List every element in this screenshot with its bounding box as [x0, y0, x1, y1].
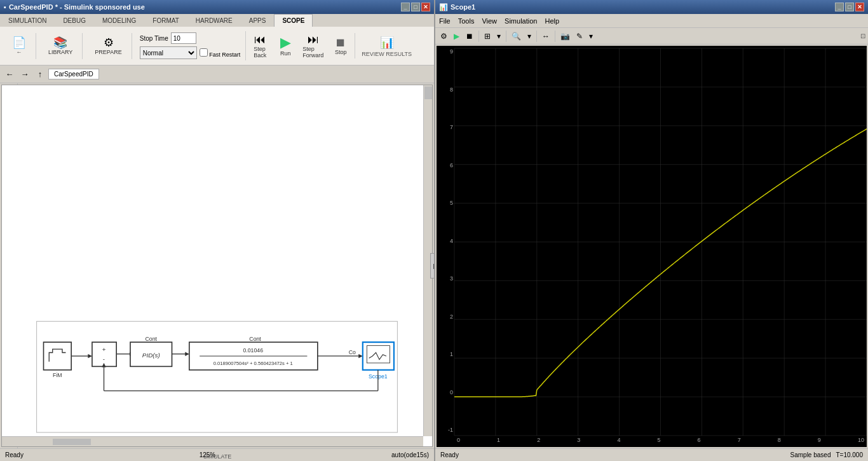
panel-collapse-btn[interactable]: ‖: [430, 253, 434, 279]
x-label-5: 5: [657, 437, 660, 446]
svg-text:PID(s): PID(s): [142, 352, 160, 359]
sep4: [555, 31, 555, 42]
back-btn[interactable]: ←: [3, 67, 17, 81]
run-btn[interactable]: ▶ Run: [274, 34, 297, 58]
fim-block[interactable]: [44, 342, 72, 370]
sep1: [478, 31, 479, 42]
tab-simulation[interactable]: SIMULATION: [0, 14, 55, 27]
scope-zoom-x-btn[interactable]: 🔍: [509, 31, 524, 42]
mode-select[interactable]: Normal: [140, 46, 197, 59]
menu-file[interactable]: File: [439, 17, 451, 25]
library-icon: 📚: [53, 37, 67, 48]
canvas-area: FiM + - Cont PID(s): [1, 85, 433, 447]
simulink-icon: ▪: [4, 3, 6, 11]
run-icon: ▶: [280, 36, 291, 50]
scope-menu-bar: File Tools View Simulation Help: [435, 14, 868, 28]
fast-restart-check[interactable]: [200, 48, 208, 57]
scope-minimize-btn[interactable]: _: [835, 3, 844, 11]
scope-settings-btn[interactable]: ⚙: [438, 31, 450, 42]
toolbar: ← → ↑ CarSpeedPID: [0, 65, 434, 83]
scope-time: T=10.000: [836, 451, 863, 458]
y-label-2: 2: [438, 313, 453, 320]
simulink-title-bar: ▪ CarSpeedPID * - Simulink sponsored use…: [0, 0, 434, 14]
scope-stop-btn[interactable]: ⏹: [463, 31, 476, 42]
step-back-icon: ⏮: [254, 34, 266, 45]
x-label-8: 8: [778, 437, 781, 446]
stop-time-label: Stop Time: [140, 35, 168, 42]
y-label-0: 0: [438, 389, 453, 396]
status-solver: auto(ode15s): [391, 451, 429, 458]
scope-plot-area: 9 8 7 6 5 4 3 2 1 0 -1 0 1 2 3 4 5 6: [437, 46, 867, 447]
menu-view[interactable]: View: [482, 17, 497, 25]
h-scrollbar[interactable]: [2, 436, 423, 446]
x-label-6: 6: [698, 437, 701, 446]
up-btn[interactable]: ↑: [33, 67, 47, 81]
simulink-maximize-btn[interactable]: □: [411, 3, 420, 11]
y-label-4: 4: [438, 238, 453, 244]
mode-row: Normal Fast Restart: [140, 46, 241, 59]
x-label-3: 3: [577, 437, 580, 446]
scope-sample-based: Sample based: [790, 451, 831, 458]
step-back-btn[interactable]: ⏮ StepBack: [248, 32, 271, 60]
diagram-svg: FiM + - Cont PID(s): [2, 85, 432, 446]
scope-title-bar: 📊 Scope1 _ □ ✕: [435, 0, 868, 14]
stop-time-input[interactable]: 10: [171, 32, 196, 44]
scope-snapshot-btn[interactable]: 📷: [558, 31, 573, 42]
review-results-label: REVIEW RESULTS: [362, 51, 412, 57]
y-label-7: 7: [438, 124, 453, 130]
step-forward-btn[interactable]: ⏭ StepForward: [299, 32, 327, 60]
svg-rect-13: [367, 346, 390, 363]
tab-hardware[interactable]: HARDWARE: [187, 14, 241, 27]
fast-restart-label: Fast Restart: [209, 52, 240, 58]
y-label-1: 1: [438, 351, 453, 357]
sep2: [506, 31, 506, 42]
scope-data-btn[interactable]: ✎: [574, 31, 585, 42]
stop-time-row: Stop Time 10: [140, 32, 241, 44]
scope-autoscale-btn[interactable]: ⊞: [482, 31, 493, 42]
scope-data-drop[interactable]: ▾: [587, 31, 595, 42]
tab-format[interactable]: FORMAT: [144, 14, 187, 27]
ribbon-content: 📄 ← 📚 LIBRARY ⚙ PREPARE: [0, 27, 434, 65]
cont2-label: Cont: [249, 336, 261, 342]
library-btn[interactable]: 📚 LIBRARY: [44, 34, 77, 58]
canvas-wrapper: ↖ 🔍 ⊟ ✋ A 🖼 ▭ ↔ ✎ « »: [0, 83, 434, 448]
tab-scope[interactable]: SCOPE: [274, 14, 313, 27]
scope-maximize-btn[interactable]: □: [845, 3, 854, 11]
scope-expand-btn[interactable]: ⊡: [860, 32, 865, 39]
menu-tools[interactable]: Tools: [458, 17, 475, 25]
prepare-btn[interactable]: ⚙ PREPARE: [90, 34, 126, 58]
simulate-label: SIMULATE: [203, 453, 231, 460]
simulink-panel: ▪ CarSpeedPID * - Simulink sponsored use…: [0, 0, 435, 461]
main-container: ▪ CarSpeedPID * - Simulink sponsored use…: [0, 0, 868, 461]
forward-btn[interactable]: →: [18, 67, 32, 81]
breadcrumb[interactable]: CarSpeedPID: [48, 69, 99, 79]
ribbon: SIMULATION DEBUG MODELING FORMAT HARDWAR…: [0, 14, 434, 65]
simulink-close-btn[interactable]: ✕: [421, 3, 430, 11]
simulink-title: CarSpeedPID * - Simulink sponsored use: [9, 3, 145, 11]
file-btn[interactable]: 📄 ←: [8, 34, 31, 58]
file-group: 📄 ←: [3, 33, 36, 59]
y-label-8: 8: [438, 86, 453, 93]
review-results-group: 📊 REVIEW RESULTS: [355, 33, 418, 58]
review-icon: 📊: [380, 37, 394, 48]
scope-pan-btn[interactable]: ↔: [539, 31, 552, 42]
menu-help[interactable]: Help: [545, 17, 559, 25]
svg-text:-: -: [103, 355, 105, 362]
scope-play-btn[interactable]: ▶: [451, 31, 462, 42]
scope-drop-btn[interactable]: ▾: [494, 31, 503, 42]
status-ready: Ready: [5, 451, 24, 458]
y-label-6: 6: [438, 162, 453, 169]
scope-zoom-x-drop[interactable]: ▾: [525, 31, 534, 42]
tab-apps[interactable]: APPS: [241, 14, 275, 27]
stop-btn[interactable]: ⏹ Stop: [329, 35, 352, 57]
tab-modeling[interactable]: MODELING: [94, 14, 144, 27]
scope-canvas: [437, 46, 867, 447]
review-results-btn[interactable]: 📊: [376, 34, 398, 51]
prepare-group: ⚙ PREPARE: [85, 33, 132, 59]
x-label-2: 2: [537, 437, 540, 446]
y-label-neg1: -1: [438, 427, 453, 433]
menu-simulation[interactable]: Simulation: [505, 17, 537, 25]
tab-debug[interactable]: DEBUG: [55, 14, 94, 27]
scope-close-btn[interactable]: ✕: [855, 3, 864, 11]
simulink-minimize-btn[interactable]: _: [401, 3, 410, 11]
